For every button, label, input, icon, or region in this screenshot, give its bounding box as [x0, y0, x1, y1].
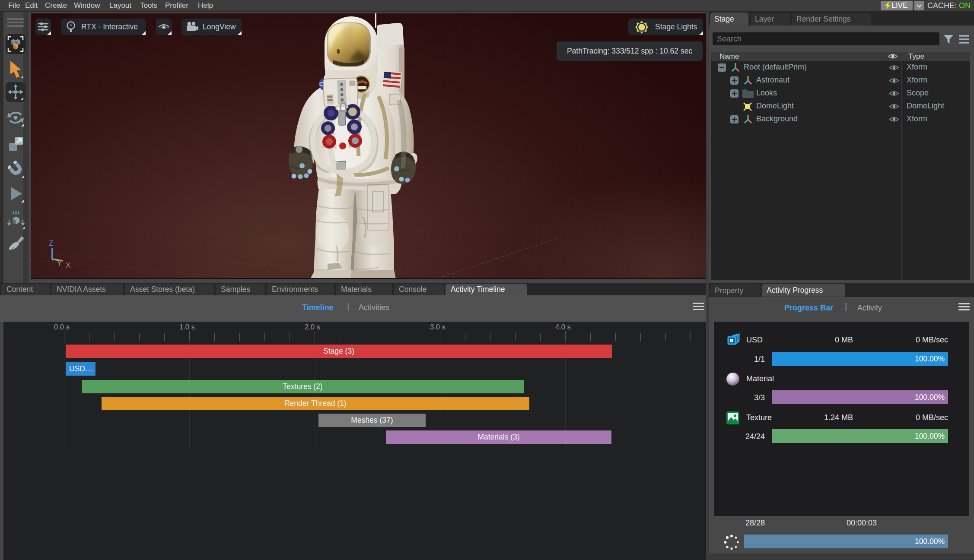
svg-text:Z: Z — [49, 239, 53, 247]
svg-text:X: X — [66, 261, 70, 269]
svg-text:Y: Y — [57, 259, 62, 267]
